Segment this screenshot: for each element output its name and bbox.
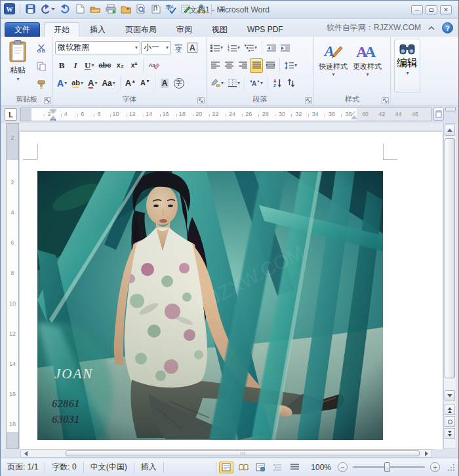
enclose-characters-button[interactable]: 字 bbox=[172, 76, 186, 90]
tab-file[interactable]: 文件 bbox=[5, 22, 40, 37]
grow-font-button[interactable]: A▲ bbox=[123, 76, 138, 90]
paste-button[interactable]: 粘贴 ▾ bbox=[4, 39, 31, 92]
resize-grip[interactable] bbox=[448, 464, 454, 471]
asian-layout-button[interactable]: A▾ bbox=[248, 76, 265, 90]
sort-button[interactable]: AZ bbox=[271, 76, 284, 90]
first-line-indent-marker[interactable] bbox=[50, 109, 56, 113]
tab-home[interactable]: 开始 bbox=[44, 22, 79, 37]
document-area: 2 24681012141618 bbox=[1, 123, 458, 449]
distributed-button[interactable] bbox=[264, 58, 277, 73]
left-indent-marker[interactable] bbox=[50, 119, 56, 121]
inserted-photo[interactable]: RJZXW.COM JOAN 62861 63031 bbox=[37, 171, 383, 440]
minimize-button[interactable]: ─ bbox=[411, 5, 423, 14]
collapse-ribbon-button[interactable] bbox=[426, 22, 437, 33]
character-border-button[interactable]: A bbox=[186, 41, 199, 55]
clipboard-icon bbox=[8, 40, 28, 62]
align-center-button[interactable] bbox=[222, 58, 235, 73]
decrease-indent-button[interactable] bbox=[265, 41, 278, 55]
styles-dialog-launcher[interactable] bbox=[382, 97, 389, 104]
italic-button[interactable]: I bbox=[69, 58, 82, 73]
paragraph-dialog-launcher[interactable] bbox=[305, 97, 312, 104]
change-styles-button[interactable]: AA 更改样式▾ bbox=[350, 39, 384, 92]
status-word-count[interactable]: 字数: 0 bbox=[45, 461, 83, 474]
scroll-down-button[interactable] bbox=[445, 390, 455, 401]
ruler-number: 14 bbox=[144, 111, 153, 117]
format-painter-button[interactable] bbox=[35, 77, 48, 92]
fullscreen-reading-view-button[interactable] bbox=[236, 462, 250, 473]
zoom-out-button[interactable]: − bbox=[338, 462, 348, 472]
document-page[interactable]: RJZXW.COM JOAN 62861 63031 bbox=[20, 132, 443, 449]
underline-button[interactable]: U▾ bbox=[83, 58, 96, 73]
font-dialog-launcher[interactable] bbox=[197, 97, 205, 104]
zoom-in-button[interactable]: + bbox=[430, 462, 440, 472]
horizontal-scroll-thumb[interactable] bbox=[66, 450, 420, 456]
numbering-button[interactable]: 123▾ bbox=[226, 41, 242, 55]
horizontal-scrollbar[interactable] bbox=[20, 449, 432, 458]
text-effects-button[interactable]: A▾ bbox=[55, 76, 69, 90]
status-insert-mode[interactable]: 插入 bbox=[134, 461, 163, 474]
help-button[interactable]: ? bbox=[442, 22, 453, 33]
draft-view-button[interactable] bbox=[287, 462, 302, 473]
superscript-button[interactable]: x² bbox=[127, 58, 140, 73]
status-language[interactable]: 中文(中国) bbox=[84, 461, 134, 474]
ribbon-tab[interactable]: 视图 bbox=[203, 22, 237, 37]
phonetic-guide-button[interactable]: wén变 bbox=[172, 41, 185, 55]
svg-text:3: 3 bbox=[228, 49, 230, 52]
select-browse-object-button[interactable] bbox=[445, 416, 455, 427]
copy-button[interactable] bbox=[35, 59, 48, 73]
subscript-button[interactable]: x₂ bbox=[113, 58, 127, 73]
split-window-handle[interactable] bbox=[445, 107, 456, 111]
bullets-button[interactable]: ▾ bbox=[209, 41, 225, 55]
ribbon-tab[interactable]: 插入 bbox=[81, 22, 115, 37]
ribbon-tab[interactable]: 审阅 bbox=[167, 22, 201, 37]
paste-dropdown[interactable]: ▾ bbox=[16, 76, 19, 82]
line-spacing-button[interactable]: ▾ bbox=[283, 58, 299, 73]
status-page-number[interactable]: 页面: 1/1 bbox=[1, 461, 45, 474]
tab-stop-selector[interactable]: L bbox=[5, 108, 17, 121]
web-layout-view-button[interactable] bbox=[253, 462, 268, 473]
editing-button[interactable]: 编辑▾ bbox=[394, 39, 420, 92]
ribbon-tab[interactable]: WPS PDF bbox=[238, 22, 292, 37]
increase-indent-button[interactable] bbox=[279, 41, 292, 55]
highlight-color-button[interactable]: ab▾ bbox=[70, 76, 85, 90]
ruler-number: 46 bbox=[410, 111, 420, 117]
clear-formatting-button[interactable]: Aa bbox=[146, 58, 162, 73]
show-hide-marks-button[interactable] bbox=[285, 76, 298, 90]
change-case-button[interactable]: Aa▾ bbox=[100, 76, 117, 90]
align-right-button[interactable] bbox=[236, 58, 249, 73]
view-ruler-toggle[interactable] bbox=[433, 108, 444, 121]
cut-button[interactable] bbox=[35, 41, 48, 55]
vertical-scrollbar[interactable] bbox=[443, 123, 456, 449]
close-button[interactable]: ✕ bbox=[440, 5, 452, 14]
scroll-up-button[interactable] bbox=[445, 125, 455, 136]
bold-button[interactable]: B bbox=[55, 58, 68, 73]
zoom-slider-thumb[interactable] bbox=[384, 462, 390, 472]
right-indent-marker[interactable] bbox=[351, 115, 357, 119]
justify-button[interactable] bbox=[250, 58, 263, 73]
scroll-left-button[interactable] bbox=[22, 450, 30, 456]
previous-page-button[interactable] bbox=[445, 405, 455, 415]
borders-button[interactable]: ▾ bbox=[226, 76, 242, 90]
align-left-button[interactable] bbox=[209, 58, 222, 73]
character-shading-button[interactable]: A bbox=[158, 76, 171, 90]
styles-group-label: 样式 bbox=[314, 94, 390, 104]
ruler-number: 32 bbox=[294, 111, 303, 117]
shading-button[interactable]: ▾ bbox=[209, 76, 226, 90]
strikethrough-button[interactable]: abc bbox=[96, 58, 113, 73]
next-page-button[interactable] bbox=[445, 428, 455, 439]
shrink-font-button[interactable]: A▼ bbox=[138, 76, 152, 90]
ribbon-tab[interactable]: 页面布局 bbox=[116, 22, 166, 37]
quick-styles-button[interactable]: A 快速样式▾ bbox=[316, 39, 350, 92]
zoom-slider[interactable] bbox=[353, 466, 425, 468]
scroll-right-button[interactable] bbox=[422, 450, 431, 456]
font-color-button[interactable]: A▾ bbox=[86, 76, 99, 90]
print-layout-view-button[interactable] bbox=[219, 462, 233, 473]
multilevel-list-button[interactable]: ▾ bbox=[243, 41, 259, 55]
outline-view-button[interactable] bbox=[270, 462, 285, 473]
font-size-select[interactable]: 小一▾ bbox=[141, 41, 171, 54]
font-name-select[interactable]: 微软雅黑▾ bbox=[55, 41, 140, 54]
maximize-button[interactable] bbox=[426, 5, 437, 14]
clipboard-dialog-launcher[interactable] bbox=[44, 97, 51, 104]
vertical-scroll-thumb[interactable] bbox=[445, 138, 455, 378]
zoom-level[interactable]: 100% bbox=[311, 463, 331, 472]
